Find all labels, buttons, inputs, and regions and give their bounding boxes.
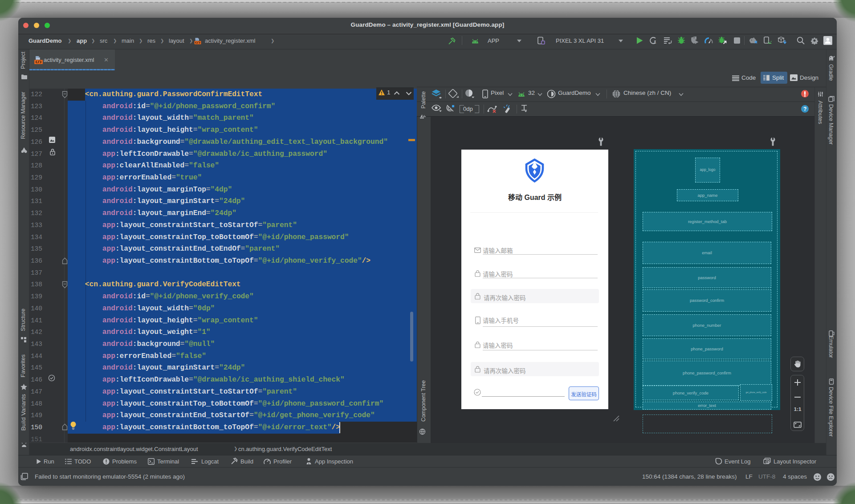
svg-text:A: A — [654, 41, 656, 45]
